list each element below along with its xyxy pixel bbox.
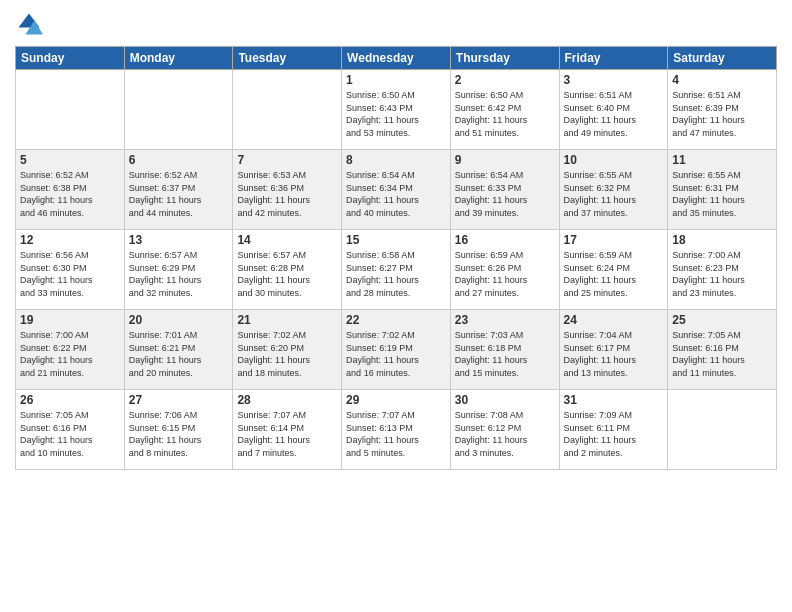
calendar-header-monday: Monday <box>124 47 233 70</box>
day-number: 15 <box>346 233 446 247</box>
calendar-week-4: 19Sunrise: 7:00 AM Sunset: 6:22 PM Dayli… <box>16 310 777 390</box>
day-number: 5 <box>20 153 120 167</box>
day-info: Sunrise: 6:51 AM Sunset: 6:40 PM Dayligh… <box>564 89 664 139</box>
day-info: Sunrise: 7:07 AM Sunset: 6:13 PM Dayligh… <box>346 409 446 459</box>
day-info: Sunrise: 7:04 AM Sunset: 6:17 PM Dayligh… <box>564 329 664 379</box>
calendar-cell: 27Sunrise: 7:06 AM Sunset: 6:15 PM Dayli… <box>124 390 233 470</box>
calendar-cell: 31Sunrise: 7:09 AM Sunset: 6:11 PM Dayli… <box>559 390 668 470</box>
day-number: 26 <box>20 393 120 407</box>
day-number: 23 <box>455 313 555 327</box>
calendar-cell: 7Sunrise: 6:53 AM Sunset: 6:36 PM Daylig… <box>233 150 342 230</box>
day-number: 29 <box>346 393 446 407</box>
calendar-week-5: 26Sunrise: 7:05 AM Sunset: 6:16 PM Dayli… <box>16 390 777 470</box>
day-info: Sunrise: 6:50 AM Sunset: 6:43 PM Dayligh… <box>346 89 446 139</box>
day-number: 19 <box>20 313 120 327</box>
day-number: 3 <box>564 73 664 87</box>
day-number: 9 <box>455 153 555 167</box>
day-info: Sunrise: 6:51 AM Sunset: 6:39 PM Dayligh… <box>672 89 772 139</box>
day-info: Sunrise: 6:56 AM Sunset: 6:30 PM Dayligh… <box>20 249 120 299</box>
calendar-week-3: 12Sunrise: 6:56 AM Sunset: 6:30 PM Dayli… <box>16 230 777 310</box>
day-number: 13 <box>129 233 229 247</box>
day-info: Sunrise: 6:52 AM Sunset: 6:38 PM Dayligh… <box>20 169 120 219</box>
calendar-cell: 16Sunrise: 6:59 AM Sunset: 6:26 PM Dayli… <box>450 230 559 310</box>
logo-icon <box>15 10 43 38</box>
calendar-cell: 3Sunrise: 6:51 AM Sunset: 6:40 PM Daylig… <box>559 70 668 150</box>
day-number: 18 <box>672 233 772 247</box>
calendar-week-1: 1Sunrise: 6:50 AM Sunset: 6:43 PM Daylig… <box>16 70 777 150</box>
day-number: 21 <box>237 313 337 327</box>
calendar-cell: 9Sunrise: 6:54 AM Sunset: 6:33 PM Daylig… <box>450 150 559 230</box>
calendar-cell: 19Sunrise: 7:00 AM Sunset: 6:22 PM Dayli… <box>16 310 125 390</box>
day-number: 24 <box>564 313 664 327</box>
day-info: Sunrise: 7:05 AM Sunset: 6:16 PM Dayligh… <box>20 409 120 459</box>
calendar-cell: 11Sunrise: 6:55 AM Sunset: 6:31 PM Dayli… <box>668 150 777 230</box>
calendar-cell: 13Sunrise: 6:57 AM Sunset: 6:29 PM Dayli… <box>124 230 233 310</box>
calendar-cell: 2Sunrise: 6:50 AM Sunset: 6:42 PM Daylig… <box>450 70 559 150</box>
calendar-cell: 21Sunrise: 7:02 AM Sunset: 6:20 PM Dayli… <box>233 310 342 390</box>
day-number: 12 <box>20 233 120 247</box>
calendar-header-friday: Friday <box>559 47 668 70</box>
calendar-cell: 20Sunrise: 7:01 AM Sunset: 6:21 PM Dayli… <box>124 310 233 390</box>
day-number: 10 <box>564 153 664 167</box>
day-info: Sunrise: 6:55 AM Sunset: 6:31 PM Dayligh… <box>672 169 772 219</box>
calendar-cell: 17Sunrise: 6:59 AM Sunset: 6:24 PM Dayli… <box>559 230 668 310</box>
calendar: SundayMondayTuesdayWednesdayThursdayFrid… <box>15 46 777 470</box>
page: SundayMondayTuesdayWednesdayThursdayFrid… <box>0 0 792 612</box>
calendar-cell: 12Sunrise: 6:56 AM Sunset: 6:30 PM Dayli… <box>16 230 125 310</box>
day-info: Sunrise: 7:03 AM Sunset: 6:18 PM Dayligh… <box>455 329 555 379</box>
calendar-cell: 14Sunrise: 6:57 AM Sunset: 6:28 PM Dayli… <box>233 230 342 310</box>
day-info: Sunrise: 7:05 AM Sunset: 6:16 PM Dayligh… <box>672 329 772 379</box>
day-info: Sunrise: 6:53 AM Sunset: 6:36 PM Dayligh… <box>237 169 337 219</box>
calendar-cell: 15Sunrise: 6:58 AM Sunset: 6:27 PM Dayli… <box>342 230 451 310</box>
day-number: 16 <box>455 233 555 247</box>
calendar-header-row: SundayMondayTuesdayWednesdayThursdayFrid… <box>16 47 777 70</box>
day-number: 27 <box>129 393 229 407</box>
day-info: Sunrise: 7:09 AM Sunset: 6:11 PM Dayligh… <box>564 409 664 459</box>
day-info: Sunrise: 7:00 AM Sunset: 6:22 PM Dayligh… <box>20 329 120 379</box>
header <box>15 10 777 38</box>
calendar-header-saturday: Saturday <box>668 47 777 70</box>
day-info: Sunrise: 7:02 AM Sunset: 6:20 PM Dayligh… <box>237 329 337 379</box>
calendar-cell: 25Sunrise: 7:05 AM Sunset: 6:16 PM Dayli… <box>668 310 777 390</box>
day-info: Sunrise: 7:02 AM Sunset: 6:19 PM Dayligh… <box>346 329 446 379</box>
calendar-header-thursday: Thursday <box>450 47 559 70</box>
calendar-week-2: 5Sunrise: 6:52 AM Sunset: 6:38 PM Daylig… <box>16 150 777 230</box>
day-info: Sunrise: 7:00 AM Sunset: 6:23 PM Dayligh… <box>672 249 772 299</box>
day-number: 31 <box>564 393 664 407</box>
calendar-cell: 28Sunrise: 7:07 AM Sunset: 6:14 PM Dayli… <box>233 390 342 470</box>
calendar-cell: 10Sunrise: 6:55 AM Sunset: 6:32 PM Dayli… <box>559 150 668 230</box>
day-number: 8 <box>346 153 446 167</box>
day-info: Sunrise: 7:08 AM Sunset: 6:12 PM Dayligh… <box>455 409 555 459</box>
day-info: Sunrise: 6:50 AM Sunset: 6:42 PM Dayligh… <box>455 89 555 139</box>
calendar-header-tuesday: Tuesday <box>233 47 342 70</box>
calendar-cell: 22Sunrise: 7:02 AM Sunset: 6:19 PM Dayli… <box>342 310 451 390</box>
day-number: 4 <box>672 73 772 87</box>
day-number: 14 <box>237 233 337 247</box>
day-number: 6 <box>129 153 229 167</box>
day-number: 25 <box>672 313 772 327</box>
calendar-cell: 24Sunrise: 7:04 AM Sunset: 6:17 PM Dayli… <box>559 310 668 390</box>
logo <box>15 10 47 38</box>
day-info: Sunrise: 6:58 AM Sunset: 6:27 PM Dayligh… <box>346 249 446 299</box>
calendar-cell: 29Sunrise: 7:07 AM Sunset: 6:13 PM Dayli… <box>342 390 451 470</box>
calendar-cell <box>668 390 777 470</box>
calendar-cell: 18Sunrise: 7:00 AM Sunset: 6:23 PM Dayli… <box>668 230 777 310</box>
day-info: Sunrise: 6:54 AM Sunset: 6:34 PM Dayligh… <box>346 169 446 219</box>
calendar-cell <box>233 70 342 150</box>
day-number: 1 <box>346 73 446 87</box>
day-info: Sunrise: 6:54 AM Sunset: 6:33 PM Dayligh… <box>455 169 555 219</box>
day-info: Sunrise: 6:57 AM Sunset: 6:28 PM Dayligh… <box>237 249 337 299</box>
day-info: Sunrise: 7:06 AM Sunset: 6:15 PM Dayligh… <box>129 409 229 459</box>
day-number: 2 <box>455 73 555 87</box>
calendar-cell: 30Sunrise: 7:08 AM Sunset: 6:12 PM Dayli… <box>450 390 559 470</box>
calendar-header-sunday: Sunday <box>16 47 125 70</box>
day-number: 30 <box>455 393 555 407</box>
day-info: Sunrise: 6:59 AM Sunset: 6:24 PM Dayligh… <box>564 249 664 299</box>
day-number: 7 <box>237 153 337 167</box>
day-number: 17 <box>564 233 664 247</box>
calendar-cell: 26Sunrise: 7:05 AM Sunset: 6:16 PM Dayli… <box>16 390 125 470</box>
day-info: Sunrise: 6:52 AM Sunset: 6:37 PM Dayligh… <box>129 169 229 219</box>
calendar-cell: 4Sunrise: 6:51 AM Sunset: 6:39 PM Daylig… <box>668 70 777 150</box>
calendar-header-wednesday: Wednesday <box>342 47 451 70</box>
calendar-cell: 1Sunrise: 6:50 AM Sunset: 6:43 PM Daylig… <box>342 70 451 150</box>
